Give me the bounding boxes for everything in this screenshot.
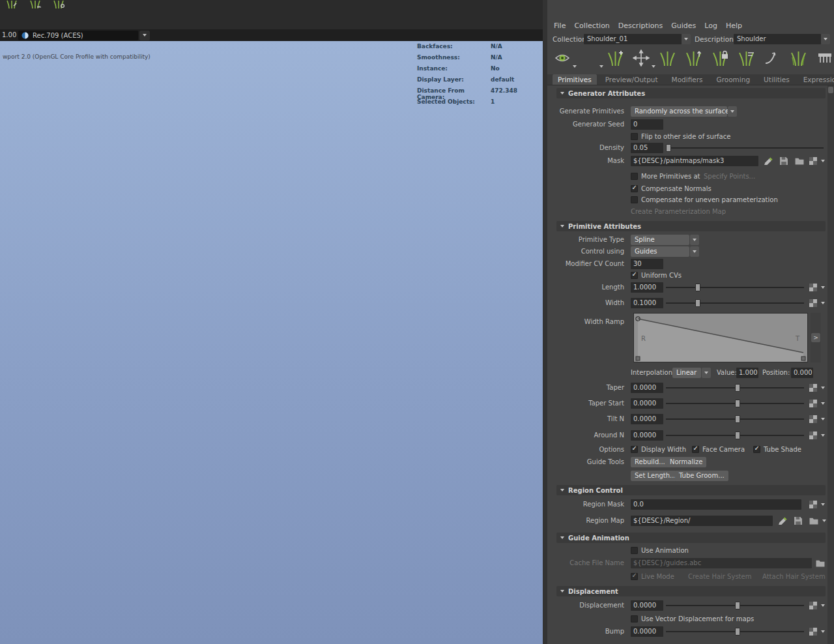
grass-place-icon[interactable] [51,0,66,8]
compensate-uneven-checkbox[interactable] [631,196,638,203]
save-icon[interactable] [779,156,788,166]
map-button[interactable] [809,400,817,407]
density-field[interactable]: 0.05 [631,143,663,153]
chevron-down-icon[interactable] [818,626,827,637]
vector-displacement-checkbox[interactable] [631,615,638,622]
tube-groom-button[interactable]: Tube Groom... [675,471,728,481]
region-map-field[interactable]: ${DESC}/Region/ [631,516,773,526]
colorspace-dropdown-arrow[interactable] [139,31,150,40]
save-icon[interactable] [794,516,803,525]
map-button[interactable] [809,284,817,291]
control-using-select[interactable]: Guides [631,246,689,257]
bump-slider[interactable] [666,626,804,637]
paint-brush-icon[interactable] [764,156,773,166]
ramp-position-field[interactable]: 0.000 [791,368,813,378]
map-button[interactable] [809,415,817,423]
checkbox-label: Tube Shade [764,445,801,455]
map-button[interactable] [809,501,817,508]
width-ramp-editor[interactable]: R T [633,313,808,362]
taper-slider[interactable] [666,383,804,393]
folder-icon[interactable] [816,559,825,568]
length-field[interactable]: 1.0000 [631,282,663,293]
compensate-normals-checkbox[interactable] [631,185,638,192]
tilt-n-slider[interactable] [666,414,804,424]
around-n-slider[interactable] [666,430,804,441]
rebuild-button[interactable]: Rebuild... [631,457,669,467]
chevron-down-icon[interactable] [690,246,699,257]
chevron-down-icon[interactable] [818,398,827,409]
map-button[interactable] [809,157,817,165]
tube-shade-checkbox[interactable] [753,446,760,453]
taper-start-field[interactable]: 0.0000 [631,398,663,409]
chevron-down-icon[interactable] [818,430,827,441]
cv-count-field[interactable]: 30 [631,259,663,269]
chevron-down-icon[interactable] [728,106,737,117]
bump-field[interactable]: 0.0000 [631,626,663,637]
taper-start-slider[interactable] [666,398,804,409]
section-guide-animation[interactable]: Guide Animation [556,533,826,543]
uniform-cvs-checkbox[interactable] [631,272,638,279]
ramp-expand-button[interactable]: > [811,333,820,342]
hud-row: Distance From Camera:472.348 [417,87,541,98]
grass-pencil-icon[interactable] [4,0,20,8]
taper-field[interactable]: 0.0000 [631,383,663,393]
density-slider[interactable] [666,143,824,153]
section-region-control[interactable]: Region Control [556,485,826,495]
folder-icon[interactable] [795,156,804,166]
section-displacement[interactable]: Displacement [556,586,826,596]
chevron-down-icon[interactable] [818,156,827,166]
chevron-down-icon[interactable] [818,383,827,393]
displacement-slider[interactable] [666,600,804,611]
use-animation-checkbox[interactable] [631,547,638,554]
ramp-value-field[interactable]: 1.000 [736,368,758,378]
chevron-down-icon[interactable] [818,414,827,424]
width-field[interactable]: 0.1000 [631,298,663,308]
generate-primitives-select[interactable]: Randomly across the surface [631,106,727,117]
primitive-type-select[interactable]: Spline [631,235,689,245]
section-primitive-attributes[interactable]: Primitive Attributes [556,221,826,231]
field-label: Taper [547,383,624,393]
more-primitives-checkbox[interactable] [631,173,638,180]
around-n-field[interactable]: 0.0000 [631,430,663,441]
face-camera-checkbox[interactable] [692,446,699,453]
chevron-down-icon[interactable] [702,368,711,378]
cache-file-field[interactable]: ${DESC}/guides.abc [631,558,812,568]
chevron-down-icon[interactable] [818,600,827,611]
chevron-down-icon[interactable] [690,235,699,245]
live-mode-checkbox[interactable] [631,573,638,580]
map-button[interactable] [809,602,817,609]
width-slider[interactable] [666,298,804,308]
map-button[interactable] [809,299,817,307]
region-mask-field[interactable]: 0.0 [631,499,801,510]
scrollbar-thumb[interactable] [828,87,833,93]
generator-seed-field[interactable]: 0 [631,119,663,130]
chevron-down-icon[interactable] [818,298,827,308]
panel-scrollbar[interactable] [827,85,834,644]
flip-checkbox[interactable] [631,133,638,140]
map-button[interactable] [809,432,817,439]
exposure-value[interactable]: 1.00 [2,31,16,38]
display-width-checkbox[interactable] [631,446,638,453]
set-length-button[interactable]: Set Length... [631,471,680,481]
interpolation-select[interactable]: Linear [672,368,701,378]
panel-splitter[interactable] [543,0,547,644]
mesh-object[interactable] [0,41,543,644]
ramp-key-marker[interactable] [636,357,640,360]
paint-brush-icon[interactable] [778,516,787,525]
field-label: Displacement [547,600,624,611]
colorspace-select[interactable]: Rec.709 (ACES) [18,31,138,40]
chevron-down-icon[interactable] [818,499,827,510]
tilt-n-field[interactable]: 0.0000 [631,414,663,424]
grass-comb-icon[interactable] [27,0,43,8]
viewport-3d[interactable]: wport 2.0 (OpenGL Core Profile with comp… [0,41,543,644]
mask-field[interactable]: ${DESC}/paintmaps/mask3 [631,156,758,166]
displacement-field[interactable]: 0.0000 [631,600,663,611]
section-generator-attributes[interactable]: Generator Attributes [556,88,826,98]
length-slider[interactable] [666,282,804,293]
ramp-key-marker[interactable] [801,357,805,360]
chevron-down-icon[interactable] [818,282,827,293]
map-button[interactable] [809,628,817,636]
folder-icon[interactable] [809,516,818,525]
normalize-button[interactable]: Normalize [666,457,706,467]
map-button[interactable] [809,384,817,392]
